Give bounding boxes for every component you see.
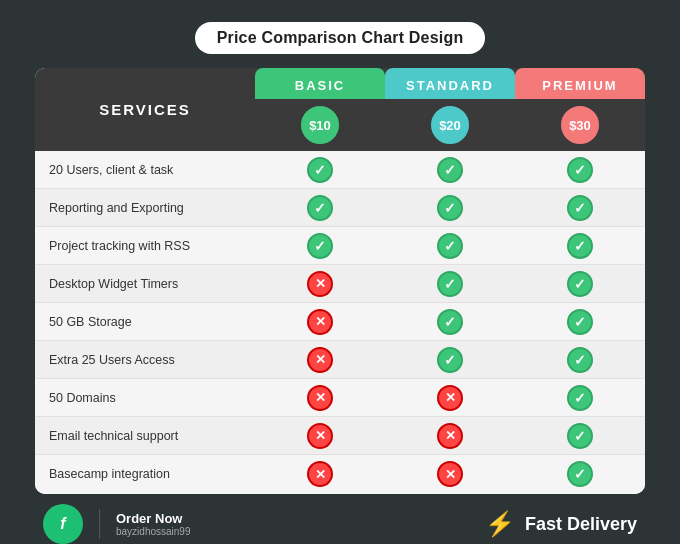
- cross-icon: [307, 309, 333, 335]
- table-row: Desktop Widget Timers: [35, 265, 645, 303]
- check-icon: [307, 157, 333, 183]
- chart-container: SERVICES BASIC $10 STANDARD $20 PREMIUM …: [35, 68, 645, 494]
- row-cell-standard: [385, 271, 515, 297]
- check-icon: [567, 423, 593, 449]
- footer-left: f Order Now bayzidhossain99: [43, 504, 191, 544]
- row-cell-premium: [515, 423, 645, 449]
- footer: f Order Now bayzidhossain99 ⚡ Fast Deliv…: [35, 504, 645, 544]
- row-cell-premium: [515, 157, 645, 183]
- check-icon: [567, 347, 593, 373]
- plan-standard-header: STANDARD $20: [385, 68, 515, 151]
- check-icon: [437, 195, 463, 221]
- table-row: Basecamp integration: [35, 455, 645, 493]
- row-cell-premium: [515, 233, 645, 259]
- table-row: Reporting and Exporting: [35, 189, 645, 227]
- check-icon: [567, 233, 593, 259]
- row-cell-standard: [385, 423, 515, 449]
- fiverr-logo: f: [43, 504, 83, 544]
- check-icon: [567, 195, 593, 221]
- row-label: Desktop Widget Timers: [35, 271, 255, 297]
- table-row: Email technical support: [35, 417, 645, 455]
- row-cell-standard: [385, 385, 515, 411]
- row-cell-basic: [255, 157, 385, 183]
- cross-icon: [307, 347, 333, 373]
- check-icon: [437, 157, 463, 183]
- check-icon: [437, 309, 463, 335]
- row-cell-basic: [255, 347, 385, 373]
- row-label: 50 Domains: [35, 385, 255, 411]
- check-icon: [567, 385, 593, 411]
- delivery-icon: ⚡: [485, 510, 515, 538]
- order-now-label: Order Now: [116, 511, 191, 526]
- check-icon: [567, 157, 593, 183]
- check-icon: [307, 233, 333, 259]
- buy-row: BUY NOW BUY NOW BUY NOW: [35, 493, 645, 494]
- cross-icon: [307, 385, 333, 411]
- check-icon: [307, 195, 333, 221]
- row-cell-basic: [255, 195, 385, 221]
- table-row: 50 Domains: [35, 379, 645, 417]
- check-icon: [567, 461, 593, 487]
- check-icon: [437, 347, 463, 373]
- row-cell-basic: [255, 233, 385, 259]
- cross-icon: [437, 461, 463, 487]
- row-cell-basic: [255, 385, 385, 411]
- row-cell-standard: [385, 347, 515, 373]
- row-cell-standard: [385, 309, 515, 335]
- row-cell-premium: [515, 271, 645, 297]
- cross-icon: [437, 385, 463, 411]
- row-cell-premium: [515, 385, 645, 411]
- plan-basic-header: BASIC $10: [255, 68, 385, 151]
- cross-icon: [307, 271, 333, 297]
- page-title: Price Comparison Chart Design: [195, 22, 486, 54]
- data-rows: 20 Users, client & taskReporting and Exp…: [35, 151, 645, 493]
- row-cell-basic: [255, 271, 385, 297]
- plan-premium-header: PREMIUM $30: [515, 68, 645, 151]
- row-label: Basecamp integration: [35, 461, 255, 487]
- cross-icon: [307, 461, 333, 487]
- cross-icon: [307, 423, 333, 449]
- fast-delivery-text: Fast Delivery: [525, 514, 637, 535]
- row-cell-premium: [515, 195, 645, 221]
- row-cell-premium: [515, 309, 645, 335]
- table-row: Project tracking with RSS: [35, 227, 645, 265]
- check-icon: [567, 271, 593, 297]
- row-label: 50 GB Storage: [35, 309, 255, 335]
- row-cell-basic: [255, 461, 385, 487]
- header-row: SERVICES BASIC $10 STANDARD $20 PREMIUM …: [35, 68, 645, 151]
- row-cell-premium: [515, 347, 645, 373]
- row-label: Extra 25 Users Access: [35, 347, 255, 373]
- row-cell-basic: [255, 423, 385, 449]
- row-cell-standard: [385, 461, 515, 487]
- row-cell-standard: [385, 157, 515, 183]
- row-label: Email technical support: [35, 423, 255, 449]
- check-icon: [437, 233, 463, 259]
- check-icon: [567, 309, 593, 335]
- table-row: 20 Users, client & task: [35, 151, 645, 189]
- order-username: bayzidhossain99: [116, 526, 191, 537]
- order-text: Order Now bayzidhossain99: [116, 511, 191, 537]
- cross-icon: [437, 423, 463, 449]
- row-cell-premium: [515, 461, 645, 487]
- footer-divider: [99, 509, 100, 539]
- footer-right: ⚡ Fast Delivery: [485, 510, 637, 538]
- row-cell-basic: [255, 309, 385, 335]
- row-cell-standard: [385, 233, 515, 259]
- table-row: Extra 25 Users Access: [35, 341, 645, 379]
- row-label: Project tracking with RSS: [35, 233, 255, 259]
- row-label: Reporting and Exporting: [35, 195, 255, 221]
- row-label: 20 Users, client & task: [35, 157, 255, 183]
- table-row: 50 GB Storage: [35, 303, 645, 341]
- check-icon: [437, 271, 463, 297]
- row-cell-standard: [385, 195, 515, 221]
- services-header: SERVICES: [35, 68, 255, 151]
